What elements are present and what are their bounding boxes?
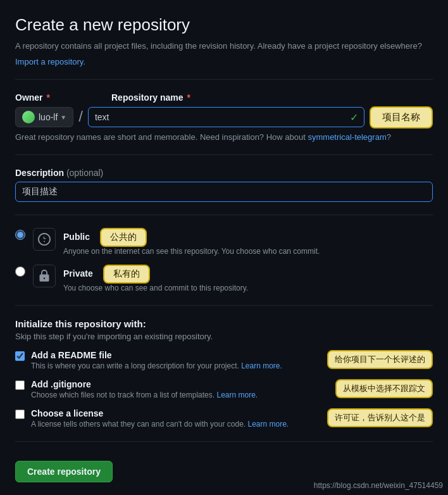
gitignore-checkbox[interactable] [15,380,25,390]
page-title: Create a new repository [15,15,433,35]
public-desc: Anyone on the internet can see this repo… [63,247,433,256]
import-link[interactable]: Import a repository. [15,57,85,66]
public-callout: 公共的 [100,228,147,247]
initialize-title: Initialize this repository with: [15,318,433,329]
public-content: Public 公共的 Anyone on the internet can se… [63,228,433,256]
initialize-subtitle: Skip this step if you're importing an ex… [15,332,433,341]
private-callout: 私有的 [103,265,150,284]
page-subtitle: A repository contains all project files,… [15,40,433,53]
public-option: Public 公共的 Anyone on the internet can se… [15,228,433,256]
license-desc: A license tells others what they can and… [31,420,316,429]
owner-avatar [22,111,35,123]
gitignore-content: Add .gitignore Choose which files not to… [31,379,324,399]
owner-label: Owner * [15,92,50,103]
suggestion-link[interactable]: symmetrical-telegram [308,132,386,142]
private-option: Private 私有的 You choose who can see and c… [15,265,433,292]
owner-name: luo-lf [39,112,58,122]
repo-name-callout: 项目名称 [370,106,433,128]
chevron-down-icon: ▼ [60,114,66,121]
owner-dropdown[interactable]: luo-lf ▼ [15,107,73,127]
gitignore-item: Add .gitignore Choose which files not to… [15,379,433,399]
readme-label: Add a README file [31,350,282,360]
license-content: Choose a license A license tells others … [31,408,316,429]
gitignore-callout: 从模板中选择不跟踪文 [335,379,433,398]
slash-separator: / [78,108,83,127]
license-checkbox[interactable] [15,410,25,419]
license-item: Choose a license A license tells others … [15,408,433,429]
repo-name-label: Repository name * [111,92,190,103]
gitignore-learn-more[interactable]: Learn more. [216,391,258,399]
repo-name-hint: Great repository names are short and mem… [15,132,433,142]
private-content: Private 私有的 You choose who can see and c… [63,265,433,292]
repo-name-input[interactable] [88,107,364,127]
readme-checkbox[interactable] [15,351,25,361]
readme-desc: This is where you can write a long descr… [31,361,282,370]
private-desc: You choose who can see and commit to thi… [63,284,433,292]
check-icon: ✓ [350,111,358,123]
private-label: Private [63,268,93,279]
public-label: Public [63,232,90,242]
description-label: Description (optional) [15,168,433,178]
private-radio[interactable] [15,266,25,277]
private-icon-box [33,265,56,287]
readme-learn-more[interactable]: Learn more. [241,361,282,370]
visibility-group: Public 公共的 Anyone on the internet can se… [15,228,433,292]
initialize-section: Initialize this repository with: Skip th… [15,318,433,429]
license-learn-more[interactable]: Learn more. [248,420,289,429]
readme-content: Add a README file This is where you can … [31,350,316,370]
create-repository-button[interactable]: Create repository [15,461,113,482]
public-radio[interactable] [15,230,25,240]
license-callout: 许可证，告诉别人这个是 [327,408,433,427]
readme-callout: 给你项目下一个长评述的 [327,350,433,369]
license-label: Choose a license [31,408,316,418]
repo-name-wrapper: ✓ [88,107,364,127]
public-icon-box [33,228,56,251]
gitignore-desc: Choose which files not to track from a l… [31,391,324,399]
readme-item: Add a README file This is where you can … [15,350,433,370]
description-input[interactable] [15,182,433,202]
gitignore-label: Add .gitignore [31,379,324,389]
bottom-url: https://blog.csdn.net/weixin_47514459 [314,481,443,490]
